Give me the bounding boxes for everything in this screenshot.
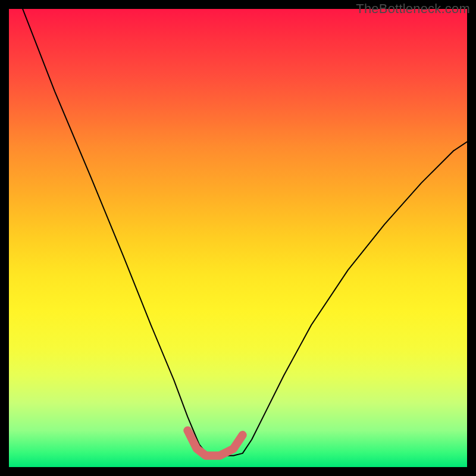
bottleneck-curve xyxy=(23,9,467,456)
trough-highlight xyxy=(187,430,242,455)
chart-plot-area xyxy=(9,9,467,467)
chart-frame: TheBottleneck.com xyxy=(0,0,476,476)
watermark-text: TheBottleneck.com xyxy=(356,1,470,17)
chart-svg xyxy=(9,9,467,467)
